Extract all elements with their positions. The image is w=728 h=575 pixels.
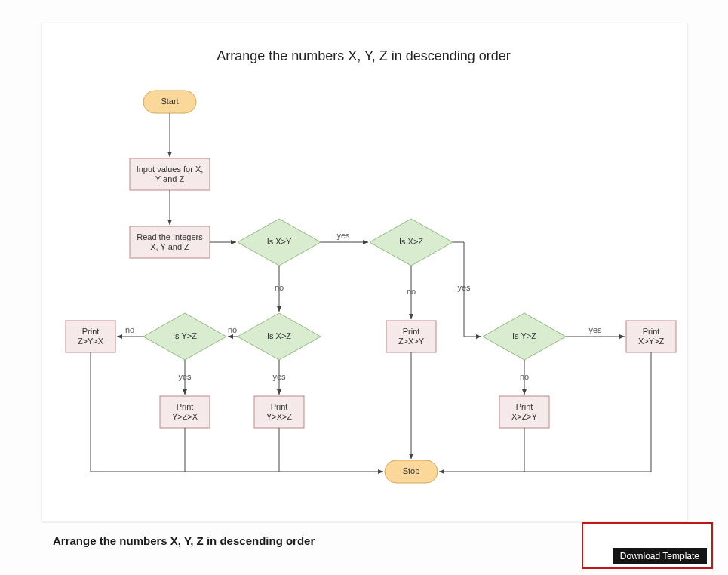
edge-yzr-yes-label: yes bbox=[588, 325, 602, 334]
node-read-label-2: X, Y and Z bbox=[150, 242, 189, 251]
node-dec-xz-top-label: Is X>Z bbox=[399, 237, 423, 246]
node-p-zxy-l1: Print bbox=[403, 327, 420, 336]
desktop-icon[interactable] bbox=[692, 527, 704, 539]
node-input-label-1: Input values for X, bbox=[137, 165, 204, 174]
edge-xzy-stop bbox=[439, 428, 524, 472]
edge-yzr-no-label: no bbox=[520, 372, 529, 381]
flowchart-svg: Arrange the numbers X, Y, Z in descendin… bbox=[41, 23, 687, 521]
edge-zyx-stop bbox=[91, 352, 383, 472]
node-p-yzx-l2: Y>Z>X bbox=[172, 412, 198, 421]
node-dec-yz-l-label: Is Y>Z bbox=[173, 331, 197, 340]
node-dec-xz-mid-label: Is X>Z bbox=[267, 331, 291, 340]
node-p-yzx-l1: Print bbox=[177, 402, 194, 411]
node-read-label-1: Read the Integers bbox=[137, 232, 203, 241]
node-dec-yz-r-label: Is Y>Z bbox=[512, 331, 536, 340]
edge-xztop-no-label: no bbox=[407, 287, 416, 296]
node-stop-label: Stop bbox=[403, 466, 420, 475]
edge-xy-no-label: no bbox=[275, 283, 284, 292]
node-p-zxy-l2: Z>X>Y bbox=[398, 337, 425, 346]
node-p-yxz-l1: Print bbox=[271, 402, 288, 411]
edge-xzmid-no-label: no bbox=[228, 325, 237, 334]
edge-xy-yes-label: yes bbox=[336, 231, 350, 240]
page-root: Arrange the numbers X, Y, Z in descendin… bbox=[0, 0, 728, 575]
node-p-xyz-l1: Print bbox=[643, 327, 660, 336]
node-p-zyx-l1: Print bbox=[82, 327, 100, 336]
node-start-label: Start bbox=[161, 97, 178, 106]
node-dec-xy-label: Is X>Y bbox=[267, 237, 292, 246]
diagram-caption: Arrange the numbers X, Y, Z in descendin… bbox=[53, 534, 315, 547]
download-tooltip: Download Template bbox=[613, 548, 707, 564]
action-panel: Download Template bbox=[582, 522, 713, 569]
node-p-xzy-l1: Print bbox=[516, 402, 533, 411]
diagram-title: Arrange the numbers X, Y, Z in descendin… bbox=[217, 48, 511, 63]
node-input-label-2: Y and Z bbox=[155, 174, 185, 183]
edge-xztop-yes-label: yes bbox=[457, 283, 471, 292]
edge-xzmid-yes-label: yes bbox=[272, 372, 286, 381]
node-p-xzy-l2: X>Z>Y bbox=[511, 412, 538, 421]
edge-yzl-no-label: no bbox=[125, 325, 134, 334]
node-p-yxz-l2: Y>X>Z bbox=[266, 412, 293, 421]
edge-yzl-yes-label: yes bbox=[178, 372, 192, 381]
download-icon[interactable] bbox=[672, 527, 684, 539]
node-p-xyz-l2: X>Y>Z bbox=[638, 337, 665, 346]
node-p-zyx-l2: Z>Y>X bbox=[78, 337, 104, 346]
